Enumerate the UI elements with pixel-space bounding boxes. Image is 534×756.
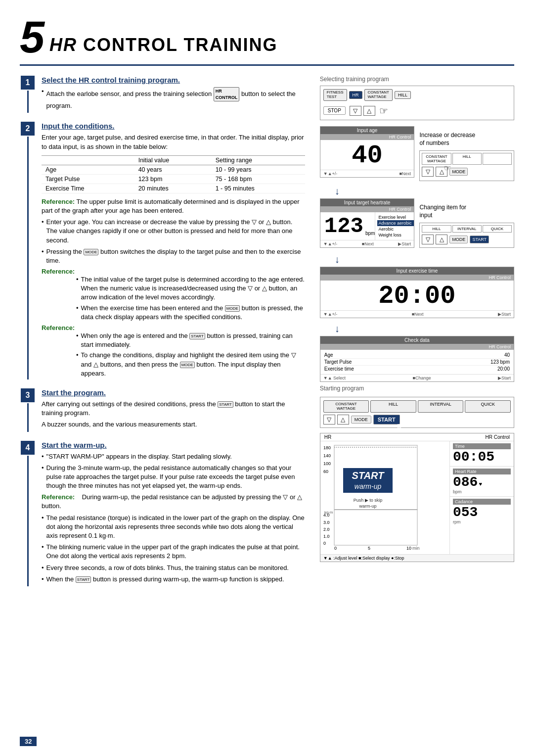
et-footer-updown: ▼▲+/- (323, 312, 338, 317)
section-4-bullet-5-text: Every three seconds, a row of dots blink… (46, 564, 289, 572)
constant-start-btn[interactable]: CONSTANTWATTAGE (323, 400, 369, 413)
quick-btn[interactable]: QUICK (483, 225, 512, 233)
svg-text:START: START (352, 470, 385, 481)
ref-block-indent-2-text: When the exercise time has been entered … (81, 304, 305, 322)
table-header-row: Initial value Setting range (42, 155, 305, 165)
svg-text:10: 10 (406, 546, 411, 551)
start-final-btn[interactable]: START ☞ (373, 415, 400, 425)
section-4-number: 4 (21, 441, 35, 455)
section-2-ref1: Reference: The upper pulse limit is auto… (42, 197, 305, 215)
nav-start-up[interactable]: △ (337, 415, 349, 425)
ref-label-3: Reference: (42, 324, 75, 331)
mode-btn-icon-3: MODE (180, 362, 195, 368)
section-1-content: Select the HR control training program. … (42, 76, 305, 113)
row-tp-range: 75 - 168 bpm (212, 174, 305, 184)
warmup-panel-header-row: HR HR Control (320, 433, 514, 441)
section-4-bullet-6: • When the START button is pressed durin… (42, 575, 305, 584)
bullet-3: • (42, 247, 44, 265)
section-2-number: 2 (21, 122, 35, 136)
interval-start-btn[interactable]: INTERVAL (418, 400, 464, 413)
section-4-bullet-1-text: "START WARM-UP" appears in the display. … (46, 452, 232, 461)
mode-btn-chg[interactable]: MODE (449, 236, 468, 243)
section-1-text: Attach the earlobe sensor, and press the… (46, 87, 305, 110)
bullet-4-3: • (42, 514, 44, 541)
stop-btn[interactable]: STOP (323, 106, 346, 115)
page-number: 32 (20, 737, 37, 746)
footer-updown: ▼▲+/- (323, 171, 338, 176)
constant-btn[interactable]: CONSTANTWATTAGE (364, 89, 393, 101)
section-4: 4 Start the warm-up. • "START WARM-UP" a… (20, 441, 305, 586)
quick-start-btn[interactable]: QUICK (465, 400, 511, 413)
section-4-bullet-4: • The blinking numeric value in the uppe… (42, 543, 305, 561)
section-2-bullet-2-text: Pressing the MODE button switches the di… (46, 247, 305, 265)
hr-panel-header: Input target heartrate (320, 199, 414, 206)
start-btn-chg[interactable]: START ☞ (470, 236, 489, 243)
input-et-panel: Input exercise time HR Control 20:00 ▼▲+… (320, 267, 514, 318)
hill-btn-2[interactable]: HILL (452, 153, 482, 165)
interval-btn[interactable]: INTERVAL (452, 225, 482, 233)
svg-text:min: min (412, 546, 420, 551)
page-header: 5 HR CONTROL TRAINING (20, 15, 514, 59)
section-1-number: 1 (21, 76, 35, 90)
check-data-age-value: 40 (504, 352, 510, 358)
nav-down-2[interactable]: ▽ (422, 167, 434, 177)
warmup-panel: HR HR Control 180 140 100 60 (320, 433, 514, 562)
section-4-bullet-2-text: During the 3-minute warm-up, the pedal r… (46, 464, 305, 491)
section-4-bullet-6-text: When the START button is pressed during … (46, 575, 284, 584)
svg-text:Push ▶ to skip: Push ▶ to skip (353, 498, 382, 503)
bullet-4-6: • (42, 575, 44, 584)
ref-block-indent-3-text: When only the age is entered and the STA… (81, 331, 305, 349)
main-content: 1 Select the HR control training program… (20, 76, 514, 595)
input-age-value: 40 (320, 140, 414, 170)
section-1-number-col: 1 (20, 76, 36, 113)
warmup-cadance-value: 053 (453, 506, 511, 520)
increase-btns: CONSTANT WATTAGE HILL (422, 153, 512, 165)
warmup-footer-text: ▼▲ :Adjust level ■:Select display ●:Stop (323, 556, 404, 561)
table-row: Exercise Time 20 minutes 1 - 95 minutes (42, 184, 305, 193)
svg-text:180: 180 (323, 445, 331, 450)
row-et-initial: 20 minutes (134, 184, 212, 193)
nav-down[interactable]: ▽ (350, 106, 361, 116)
warmup-time-label: Time (453, 443, 511, 449)
warmup-hr-label: HR (324, 434, 331, 440)
col-name (42, 155, 134, 165)
bullet-4-4: • (42, 543, 44, 561)
section-4-bullet-3-text: The pedal resistance (torque) is indicat… (46, 514, 305, 541)
bullet-2: • (42, 218, 44, 245)
fitness-btn[interactable]: FITNESSTEST (323, 89, 347, 101)
nav-start-down[interactable]: ▽ (323, 415, 335, 425)
hill-btn[interactable]: HILL (395, 91, 411, 99)
check-footer-start: ▶Start (498, 376, 511, 380)
changing-item-area: Changing item for input HILL INTERVAL QU… (419, 198, 514, 248)
ref-block-2: Reference: • The initial value of the ta… (42, 268, 305, 322)
hill-chg-btn[interactable]: HILL (422, 225, 451, 233)
ref-label-1: Reference: (42, 198, 75, 205)
warmup-panel-footer: ▼▲ :Adjust level ■:Select display ●:Stop (320, 554, 514, 562)
check-data-et-value: 20:00 (497, 366, 510, 372)
hr-levels: Exercise level Advance aerobic Aerobic W… (375, 212, 414, 240)
section-2: 2 Input the conditions. Enter your age, … (20, 122, 305, 379)
hr-big-number: 123 (320, 212, 367, 240)
hr-btn[interactable]: HR (349, 91, 362, 99)
mode-btn-right[interactable]: MODE (449, 168, 468, 176)
input-age-area: Input age HR Control 40 ▼▲+/- ■Next Incr… (320, 126, 514, 183)
row-tp-initial: 123 bpm (134, 174, 212, 184)
nav-up-2[interactable]: △ ☞ (436, 167, 447, 177)
hill-start-btn[interactable]: HILL (370, 400, 416, 413)
nav-down-3[interactable]: ▽ (422, 235, 434, 244)
check-data-et-label: Exercise time (324, 366, 354, 372)
section-3-number: 3 (21, 388, 35, 402)
nav-up-3[interactable]: △ (436, 235, 447, 244)
mode-start-btn[interactable]: MODE (351, 416, 371, 424)
start-nav-row: ▽ △ MODE START ☞ (323, 415, 511, 425)
arrow-down-1: ↓ (320, 186, 514, 197)
hr-panel-body: 123 bpm Exercise level Advance aerobic A… (320, 212, 414, 240)
svg-text:2.0: 2.0 (323, 527, 330, 532)
selecting-program-label: Selecting training program (320, 76, 514, 83)
check-data-tp-label: Target Pulse (324, 359, 352, 365)
section-4-bullet-2: • During the 3-minute warm-up, the pedal… (42, 464, 305, 491)
warmup-hr-stat-label: Heart Rate (453, 469, 511, 474)
selector-buttons-row: FITNESSTEST HR CONSTANTWATTAGE HILL (323, 89, 411, 101)
row-age-label: Age (42, 165, 134, 174)
nav-up[interactable]: △ (363, 106, 375, 116)
